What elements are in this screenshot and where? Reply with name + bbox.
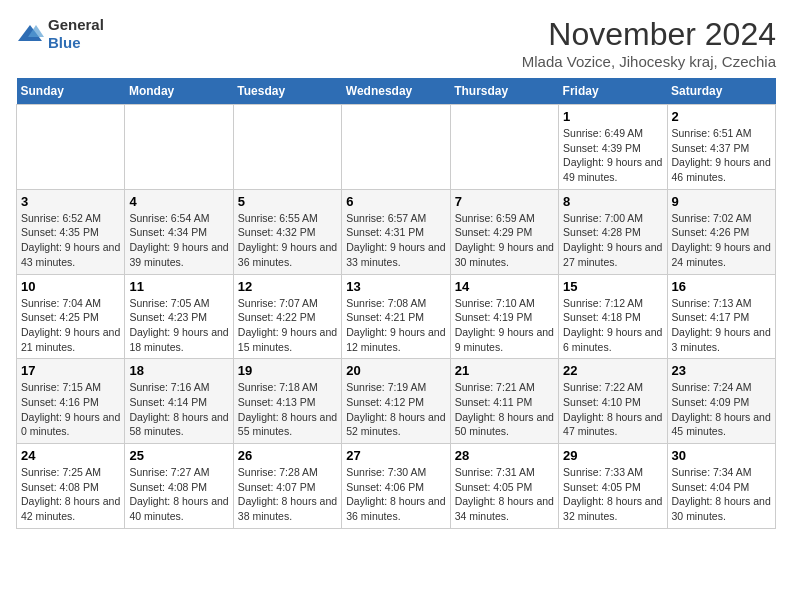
calendar-cell: 10Sunrise: 7:04 AM Sunset: 4:25 PM Dayli…	[17, 274, 125, 359]
day-info: Sunrise: 7:30 AM Sunset: 4:06 PM Dayligh…	[346, 465, 445, 524]
calendar-week-row: 24Sunrise: 7:25 AM Sunset: 4:08 PM Dayli…	[17, 444, 776, 529]
day-number: 13	[346, 279, 445, 294]
day-info: Sunrise: 6:52 AM Sunset: 4:35 PM Dayligh…	[21, 211, 120, 270]
logo-icon	[16, 23, 44, 45]
col-header-friday: Friday	[559, 78, 667, 105]
main-title: November 2024	[522, 16, 776, 53]
day-number: 9	[672, 194, 771, 209]
calendar-cell: 13Sunrise: 7:08 AM Sunset: 4:21 PM Dayli…	[342, 274, 450, 359]
day-number: 26	[238, 448, 337, 463]
day-info: Sunrise: 6:59 AM Sunset: 4:29 PM Dayligh…	[455, 211, 554, 270]
day-number: 28	[455, 448, 554, 463]
col-header-monday: Monday	[125, 78, 233, 105]
calendar-cell	[233, 105, 341, 190]
day-info: Sunrise: 7:02 AM Sunset: 4:26 PM Dayligh…	[672, 211, 771, 270]
day-info: Sunrise: 6:57 AM Sunset: 4:31 PM Dayligh…	[346, 211, 445, 270]
calendar-cell: 19Sunrise: 7:18 AM Sunset: 4:13 PM Dayli…	[233, 359, 341, 444]
day-info: Sunrise: 7:15 AM Sunset: 4:16 PM Dayligh…	[21, 380, 120, 439]
calendar-cell: 27Sunrise: 7:30 AM Sunset: 4:06 PM Dayli…	[342, 444, 450, 529]
day-info: Sunrise: 7:34 AM Sunset: 4:04 PM Dayligh…	[672, 465, 771, 524]
calendar-cell: 24Sunrise: 7:25 AM Sunset: 4:08 PM Dayli…	[17, 444, 125, 529]
day-number: 6	[346, 194, 445, 209]
calendar-cell: 15Sunrise: 7:12 AM Sunset: 4:18 PM Dayli…	[559, 274, 667, 359]
calendar-week-row: 1Sunrise: 6:49 AM Sunset: 4:39 PM Daylig…	[17, 105, 776, 190]
calendar-cell: 26Sunrise: 7:28 AM Sunset: 4:07 PM Dayli…	[233, 444, 341, 529]
day-number: 11	[129, 279, 228, 294]
day-info: Sunrise: 7:25 AM Sunset: 4:08 PM Dayligh…	[21, 465, 120, 524]
day-info: Sunrise: 7:18 AM Sunset: 4:13 PM Dayligh…	[238, 380, 337, 439]
day-info: Sunrise: 7:22 AM Sunset: 4:10 PM Dayligh…	[563, 380, 662, 439]
day-number: 10	[21, 279, 120, 294]
day-info: Sunrise: 7:24 AM Sunset: 4:09 PM Dayligh…	[672, 380, 771, 439]
calendar-cell: 25Sunrise: 7:27 AM Sunset: 4:08 PM Dayli…	[125, 444, 233, 529]
calendar-cell: 12Sunrise: 7:07 AM Sunset: 4:22 PM Dayli…	[233, 274, 341, 359]
calendar-cell: 14Sunrise: 7:10 AM Sunset: 4:19 PM Dayli…	[450, 274, 558, 359]
calendar-cell: 30Sunrise: 7:34 AM Sunset: 4:04 PM Dayli…	[667, 444, 775, 529]
calendar-cell: 6Sunrise: 6:57 AM Sunset: 4:31 PM Daylig…	[342, 189, 450, 274]
day-number: 21	[455, 363, 554, 378]
day-number: 18	[129, 363, 228, 378]
day-info: Sunrise: 7:08 AM Sunset: 4:21 PM Dayligh…	[346, 296, 445, 355]
day-info: Sunrise: 7:16 AM Sunset: 4:14 PM Dayligh…	[129, 380, 228, 439]
logo-blue: Blue	[48, 34, 81, 51]
day-number: 30	[672, 448, 771, 463]
day-number: 5	[238, 194, 337, 209]
day-number: 12	[238, 279, 337, 294]
calendar-cell	[125, 105, 233, 190]
day-number: 3	[21, 194, 120, 209]
day-info: Sunrise: 7:21 AM Sunset: 4:11 PM Dayligh…	[455, 380, 554, 439]
col-header-tuesday: Tuesday	[233, 78, 341, 105]
calendar-cell	[450, 105, 558, 190]
logo: General Blue	[16, 16, 104, 52]
calendar-cell: 4Sunrise: 6:54 AM Sunset: 4:34 PM Daylig…	[125, 189, 233, 274]
day-info: Sunrise: 6:51 AM Sunset: 4:37 PM Dayligh…	[672, 126, 771, 185]
logo-general: General	[48, 16, 104, 33]
day-number: 16	[672, 279, 771, 294]
col-header-saturday: Saturday	[667, 78, 775, 105]
col-header-thursday: Thursday	[450, 78, 558, 105]
calendar-week-row: 10Sunrise: 7:04 AM Sunset: 4:25 PM Dayli…	[17, 274, 776, 359]
day-number: 23	[672, 363, 771, 378]
day-info: Sunrise: 7:05 AM Sunset: 4:23 PM Dayligh…	[129, 296, 228, 355]
calendar-cell: 23Sunrise: 7:24 AM Sunset: 4:09 PM Dayli…	[667, 359, 775, 444]
day-number: 25	[129, 448, 228, 463]
calendar-cell: 5Sunrise: 6:55 AM Sunset: 4:32 PM Daylig…	[233, 189, 341, 274]
day-info: Sunrise: 7:10 AM Sunset: 4:19 PM Dayligh…	[455, 296, 554, 355]
day-number: 7	[455, 194, 554, 209]
day-info: Sunrise: 7:19 AM Sunset: 4:12 PM Dayligh…	[346, 380, 445, 439]
calendar-cell	[342, 105, 450, 190]
day-info: Sunrise: 7:13 AM Sunset: 4:17 PM Dayligh…	[672, 296, 771, 355]
day-info: Sunrise: 7:04 AM Sunset: 4:25 PM Dayligh…	[21, 296, 120, 355]
calendar-cell: 11Sunrise: 7:05 AM Sunset: 4:23 PM Dayli…	[125, 274, 233, 359]
calendar-week-row: 17Sunrise: 7:15 AM Sunset: 4:16 PM Dayli…	[17, 359, 776, 444]
calendar-cell: 7Sunrise: 6:59 AM Sunset: 4:29 PM Daylig…	[450, 189, 558, 274]
day-info: Sunrise: 6:54 AM Sunset: 4:34 PM Dayligh…	[129, 211, 228, 270]
calendar-cell: 18Sunrise: 7:16 AM Sunset: 4:14 PM Dayli…	[125, 359, 233, 444]
day-info: Sunrise: 7:27 AM Sunset: 4:08 PM Dayligh…	[129, 465, 228, 524]
calendar-cell: 3Sunrise: 6:52 AM Sunset: 4:35 PM Daylig…	[17, 189, 125, 274]
day-number: 24	[21, 448, 120, 463]
calendar-cell: 28Sunrise: 7:31 AM Sunset: 4:05 PM Dayli…	[450, 444, 558, 529]
calendar-header-row: SundayMondayTuesdayWednesdayThursdayFrid…	[17, 78, 776, 105]
header: General Blue November 2024 Mlada Vozice,…	[16, 16, 776, 70]
subtitle: Mlada Vozice, Jihocesky kraj, Czechia	[522, 53, 776, 70]
calendar-cell: 22Sunrise: 7:22 AM Sunset: 4:10 PM Dayli…	[559, 359, 667, 444]
title-area: November 2024 Mlada Vozice, Jihocesky kr…	[522, 16, 776, 70]
day-info: Sunrise: 6:49 AM Sunset: 4:39 PM Dayligh…	[563, 126, 662, 185]
calendar-cell: 21Sunrise: 7:21 AM Sunset: 4:11 PM Dayli…	[450, 359, 558, 444]
day-info: Sunrise: 7:33 AM Sunset: 4:05 PM Dayligh…	[563, 465, 662, 524]
calendar-week-row: 3Sunrise: 6:52 AM Sunset: 4:35 PM Daylig…	[17, 189, 776, 274]
col-header-wednesday: Wednesday	[342, 78, 450, 105]
day-info: Sunrise: 7:28 AM Sunset: 4:07 PM Dayligh…	[238, 465, 337, 524]
day-number: 27	[346, 448, 445, 463]
day-number: 1	[563, 109, 662, 124]
day-number: 15	[563, 279, 662, 294]
calendar-cell: 2Sunrise: 6:51 AM Sunset: 4:37 PM Daylig…	[667, 105, 775, 190]
day-number: 19	[238, 363, 337, 378]
day-number: 8	[563, 194, 662, 209]
day-number: 2	[672, 109, 771, 124]
calendar-table: SundayMondayTuesdayWednesdayThursdayFrid…	[16, 78, 776, 529]
calendar-cell: 16Sunrise: 7:13 AM Sunset: 4:17 PM Dayli…	[667, 274, 775, 359]
day-number: 20	[346, 363, 445, 378]
day-number: 14	[455, 279, 554, 294]
